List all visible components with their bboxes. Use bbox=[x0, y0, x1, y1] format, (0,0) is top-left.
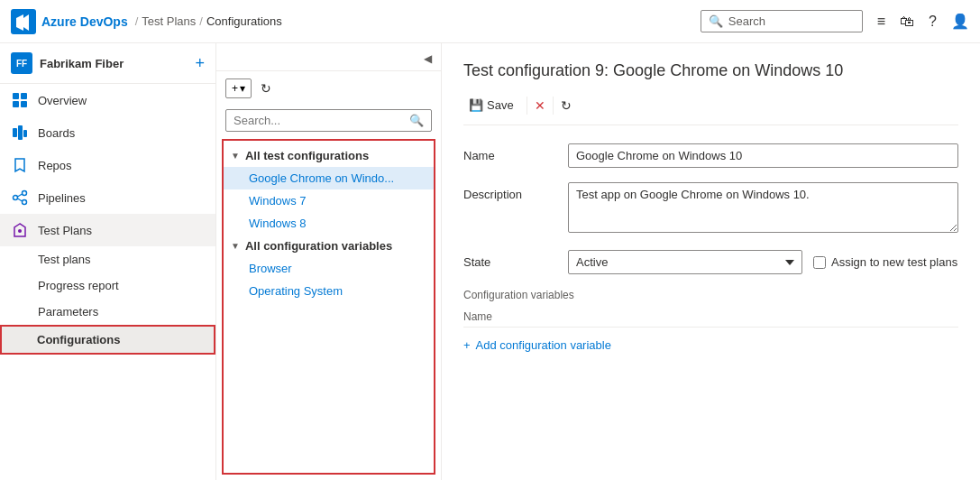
tree-item-chrome-win10[interactable]: Google Chrome on Windo... bbox=[224, 167, 434, 189]
search-icon: 🔍 bbox=[709, 14, 723, 28]
state-field: Active Inactive Assign to new test plans bbox=[568, 250, 958, 274]
right-toolbar: 💾 Save ✕ ↻ bbox=[463, 95, 958, 125]
top-nav: Azure DevOps / Test Plans / Configuratio… bbox=[0, 0, 980, 43]
svg-rect-7 bbox=[23, 130, 27, 137]
sidebar-item-configurations[interactable]: Configurations bbox=[0, 325, 215, 355]
state-select-wrap: Active Inactive Assign to new test plans bbox=[568, 250, 958, 274]
overview-icon bbox=[11, 91, 29, 109]
form-row-name: Name bbox=[463, 143, 958, 168]
bag-icon[interactable]: 🛍 bbox=[900, 14, 914, 30]
state-select[interactable]: Active Inactive bbox=[568, 250, 802, 274]
config-vars-col-name: Name bbox=[463, 307, 958, 328]
pipelines-icon bbox=[11, 189, 29, 207]
form-row-description: Description Test app on Google Chrome on… bbox=[463, 182, 958, 235]
search-placeholder: Search bbox=[728, 14, 765, 28]
refresh-button[interactable]: ↻ bbox=[561, 98, 572, 113]
testplans-icon bbox=[11, 221, 29, 239]
svg-point-10 bbox=[23, 200, 27, 205]
assign-label: Assign to new test plans bbox=[831, 255, 957, 269]
sidebar-item-boards[interactable]: Boards bbox=[0, 116, 215, 149]
search-input[interactable] bbox=[234, 114, 406, 127]
toolbar-separator bbox=[527, 97, 527, 115]
tree-item-win7[interactable]: Windows 7 bbox=[224, 189, 434, 212]
triangle-icon: ▼ bbox=[231, 151, 240, 161]
svg-point-8 bbox=[14, 196, 18, 200]
form-row-state: State Active Inactive Assign to new test… bbox=[463, 250, 958, 274]
name-input[interactable] bbox=[568, 143, 958, 168]
breadcrumb: / Test Plans / Configurations bbox=[135, 14, 282, 28]
description-input[interactable]: Test app on Google Chrome on Windows 10. bbox=[568, 182, 958, 233]
logo[interactable]: Azure DevOps bbox=[11, 9, 128, 34]
svg-point-9 bbox=[23, 191, 27, 196]
dropdown-arrow-icon: ▾ bbox=[240, 82, 245, 95]
triangle-icon-2: ▼ bbox=[231, 241, 240, 251]
sidebar-item-progress-report[interactable]: Progress report bbox=[0, 272, 215, 299]
sidebar-item-testplans[interactable]: Test Plans bbox=[0, 214, 215, 246]
svg-rect-5 bbox=[13, 128, 17, 137]
right-panel: Test configuration 9: Google Chrome on W… bbox=[442, 43, 980, 480]
menu-icon[interactable]: ≡ bbox=[877, 14, 885, 30]
sidebar-item-parameters[interactable]: Parameters bbox=[0, 299, 215, 325]
svg-rect-3 bbox=[13, 101, 19, 107]
org-avatar: FF bbox=[11, 52, 32, 74]
middle-panel: ◀ + ▾ ↻ 🔍 ▼ All test configurations Goog… bbox=[216, 43, 442, 480]
sidebar-item-overview[interactable]: Overview bbox=[0, 84, 215, 116]
svg-point-13 bbox=[18, 229, 22, 233]
tree-item-browser[interactable]: Browser bbox=[224, 257, 434, 280]
search-icon: 🔍 bbox=[409, 114, 424, 127]
tree-group-all-test-configs[interactable]: ▼ All test configurations bbox=[224, 144, 434, 167]
sidebar-item-pipelines[interactable]: Pipelines bbox=[0, 181, 215, 214]
plus-icon: + bbox=[232, 82, 238, 95]
add-config-variable-button[interactable]: + Add configuration variable bbox=[463, 338, 958, 352]
add-project-button[interactable]: + bbox=[195, 54, 205, 73]
svg-line-12 bbox=[18, 198, 23, 201]
page-title: Test configuration 9: Google Chrome on W… bbox=[463, 61, 958, 80]
tree-item-os[interactable]: Operating System bbox=[224, 280, 434, 302]
name-field bbox=[568, 143, 958, 168]
state-label: State bbox=[463, 250, 554, 269]
nav-icons: ≡ 🛍 ? 👤 bbox=[877, 13, 969, 30]
breadcrumb-testplans[interactable]: Test Plans bbox=[142, 14, 196, 28]
config-vars-section: Configuration variables Name + Add confi… bbox=[463, 289, 958, 352]
middle-search-box[interactable]: 🔍 bbox=[225, 109, 432, 132]
config-vars-title: Configuration variables bbox=[463, 289, 958, 301]
refresh-icon[interactable]: ↻ bbox=[261, 81, 271, 96]
save-button[interactable]: 💾 Save bbox=[463, 95, 519, 115]
svg-rect-2 bbox=[21, 93, 27, 99]
middle-toolbar: + ▾ ↻ bbox=[216, 71, 441, 106]
tree-group-all-config-vars[interactable]: ▼ All configuration variables bbox=[224, 235, 434, 257]
toolbar-separator-2 bbox=[553, 97, 554, 115]
svg-rect-6 bbox=[18, 125, 23, 140]
svg-rect-4 bbox=[21, 101, 27, 107]
main-layout: FF Fabrikam Fiber + Overview Boards Repo… bbox=[0, 43, 980, 480]
help-icon[interactable]: ? bbox=[929, 14, 937, 30]
svg-rect-1 bbox=[13, 93, 19, 99]
sidebar-item-test-plans-sub[interactable]: Test plans bbox=[0, 246, 215, 272]
plus-icon-add: + bbox=[463, 338, 471, 352]
tree-item-win8[interactable]: Windows 8 bbox=[224, 212, 434, 235]
collapse-icon[interactable]: ◀ bbox=[424, 52, 432, 65]
middle-panel-header: ◀ bbox=[216, 43, 441, 71]
sidebar: FF Fabrikam Fiber + Overview Boards Repo… bbox=[0, 43, 216, 480]
logo-text: Azure DevOps bbox=[41, 14, 128, 29]
azure-devops-logo-icon bbox=[11, 9, 36, 34]
new-item-button[interactable]: + ▾ bbox=[225, 78, 252, 98]
assign-checkbox-wrap: Assign to new test plans bbox=[813, 255, 957, 269]
svg-line-11 bbox=[18, 194, 23, 197]
description-field: Test app on Google Chrome on Windows 10. bbox=[568, 182, 958, 235]
repos-icon bbox=[11, 156, 29, 174]
org-header: FF Fabrikam Fiber + bbox=[0, 43, 215, 84]
org-name[interactable]: FF Fabrikam Fiber bbox=[11, 52, 124, 74]
discard-button[interactable]: ✕ bbox=[535, 98, 545, 113]
description-label: Description bbox=[463, 182, 554, 201]
sidebar-item-repos[interactable]: Repos bbox=[0, 149, 215, 181]
name-label: Name bbox=[463, 143, 554, 162]
assign-checkbox[interactable] bbox=[813, 256, 826, 269]
tree-container: ▼ All test configurations Google Chrome … bbox=[222, 139, 435, 475]
save-icon: 💾 bbox=[469, 98, 483, 112]
user-icon[interactable]: 👤 bbox=[951, 13, 969, 30]
search-box[interactable]: 🔍 Search bbox=[701, 10, 863, 32]
boards-icon bbox=[11, 124, 29, 142]
breadcrumb-configurations: Configurations bbox=[206, 14, 282, 28]
